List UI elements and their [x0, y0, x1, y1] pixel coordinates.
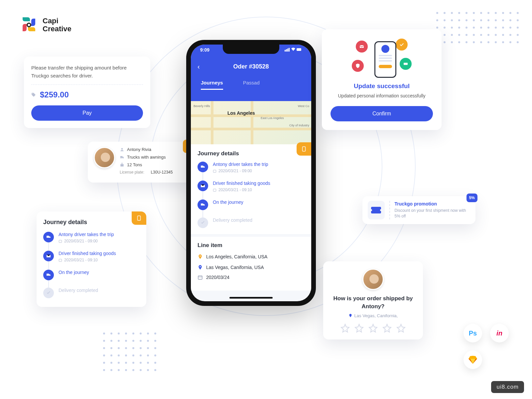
step-icon — [198, 217, 208, 228]
step-time: 2020/03/21 - 09:00 — [213, 169, 268, 173]
order-title: Oder #30528 — [233, 63, 269, 70]
dot-grid-bottom — [103, 332, 156, 371]
logo-mark-icon — [20, 16, 38, 34]
svg-rect-24 — [371, 207, 381, 213]
step-title: Driver finished taking goods — [213, 181, 270, 186]
timeline-step: Delivery completed — [198, 217, 305, 228]
star-3[interactable] — [368, 324, 378, 333]
step-icon — [43, 288, 54, 298]
ticket-icon — [368, 201, 385, 219]
star-1[interactable] — [340, 324, 350, 333]
pay-button[interactable]: Pay — [31, 105, 143, 121]
step-time: 2020/03/21 - 09:10 — [213, 188, 270, 192]
brand-logo: Capi Creative — [20, 16, 71, 34]
svg-point-19 — [200, 266, 200, 267]
line-dest: Las Vegas, Canifornia, USA — [206, 265, 264, 270]
timeline-step: On the journey — [198, 200, 305, 217]
tag-icon — [31, 92, 36, 97]
signal-wifi-battery-icon — [285, 48, 302, 52]
map-area[interactable]: Los Angeles Beverly Hills East Los Angel… — [191, 101, 311, 144]
back-button[interactable]: ‹ — [198, 63, 200, 70]
line-item-section: Line item Los Angeles, Canifornia, USA L… — [191, 237, 311, 291]
calendar-mini-icon — [59, 239, 62, 243]
status-indicators — [285, 47, 302, 53]
dot-grid-top — [436, 12, 519, 43]
step-title: Delivery completed — [213, 217, 252, 223]
tab-journeys[interactable]: Journeys — [201, 80, 223, 90]
svg-rect-8 — [59, 240, 62, 242]
tab-passed[interactable]: Passad — [243, 80, 260, 90]
phone-journey-section: Journey details Antony driver takes the … — [191, 144, 311, 234]
pin-rating-icon — [348, 313, 352, 318]
brand-line1: Capi — [43, 17, 71, 25]
step-icon — [43, 232, 54, 242]
success-card: Update successful Updated personal infor… — [322, 29, 442, 130]
svg-rect-11 — [286, 49, 287, 52]
plate-label: License plate: — [120, 170, 144, 175]
success-illustration — [331, 39, 433, 78]
weight-icon — [120, 163, 124, 167]
card-icon — [400, 58, 412, 70]
driver-name: Antony Rivia — [127, 147, 151, 152]
driver-vehicle: Trucks with awnings — [127, 155, 166, 160]
svg-rect-12 — [287, 49, 288, 52]
svg-rect-14 — [297, 48, 301, 51]
line-origin: Los Angeles, Canifornia, USA — [206, 254, 267, 259]
map-label-1: East Los Angeles — [261, 116, 284, 120]
line-item-title: Line item — [198, 242, 305, 249]
promo-separator — [389, 201, 390, 219]
map-label-0: Beverly Hills — [194, 104, 210, 108]
step-icon — [43, 270, 54, 280]
promo-title: Truckgo promotion — [395, 201, 470, 206]
success-subtitle: Updated personal information successfull… — [331, 92, 433, 99]
phone-journey-title: Journey details — [198, 150, 305, 157]
star-5[interactable] — [396, 324, 406, 333]
journey-timeline-phone: Antony driver takes the trip2020/03/21 -… — [198, 162, 305, 228]
phone-frame: 9:09 ‹ Oder #30528 Journeys Passad Los A… — [186, 40, 316, 306]
journey-title: Journey details — [43, 219, 140, 226]
svg-rect-23 — [404, 63, 408, 65]
pay-message: Please transfer the shipping amount befo… — [31, 64, 143, 85]
star-2[interactable] — [354, 324, 364, 333]
star-4[interactable] — [382, 324, 392, 333]
timeline-step: Driver finished taking goods2020/03/21 -… — [43, 251, 140, 270]
journey-timeline-small: Antony driver takes the trip2020/03/21 -… — [43, 232, 140, 298]
phone-notch — [223, 45, 279, 54]
svg-rect-17 — [213, 189, 216, 191]
person-icon — [120, 147, 124, 152]
calendar-mini-icon — [213, 188, 216, 192]
step-time: 2020/03/21 - 09:10 — [59, 258, 116, 262]
svg-point-3 — [121, 148, 123, 150]
timeline-step: On the journey — [43, 270, 140, 288]
journey-card-small: Journey details Antony driver takes the … — [37, 211, 146, 307]
phone-mini-icon — [374, 41, 396, 78]
step-icon — [198, 200, 208, 210]
svg-rect-22 — [360, 45, 364, 48]
confirm-button[interactable]: Confirm — [331, 106, 433, 121]
rating-card: How is your order shipped by Antony? Las… — [323, 261, 423, 339]
svg-rect-13 — [289, 48, 290, 52]
success-title: Update successful — [331, 82, 433, 90]
status-time: 9:09 — [200, 47, 209, 53]
shield-icon — [352, 60, 364, 72]
timeline-step: Delivery completed — [43, 288, 140, 298]
rating-location: Las Vegas, Canifornia, — [354, 313, 398, 318]
journey-section-badge-icon — [297, 142, 311, 156]
svg-rect-16 — [213, 170, 216, 172]
svg-rect-9 — [59, 259, 62, 261]
step-icon — [198, 181, 208, 191]
journey-badge-icon — [132, 211, 146, 225]
logo-text: Capi Creative — [43, 17, 71, 33]
promo-card[interactable]: 5% Truckgo promotion Discount on your fi… — [362, 196, 475, 224]
timeline-step: Antony driver takes the trip2020/03/21 -… — [198, 162, 305, 181]
step-title: Driver finished taking goods — [59, 251, 116, 256]
check-icon — [396, 39, 408, 51]
rating-title: How is your order shipped by Antony? — [330, 295, 416, 311]
calendar-mini-icon — [59, 258, 62, 262]
sketch-icon — [468, 356, 477, 364]
step-title: Delivery completed — [59, 288, 98, 293]
mail-icon — [356, 41, 368, 53]
tool-badge-sketch — [464, 350, 482, 369]
tool-badge-ps: Ps — [464, 324, 482, 342]
discount-badge: 5% — [466, 194, 477, 202]
